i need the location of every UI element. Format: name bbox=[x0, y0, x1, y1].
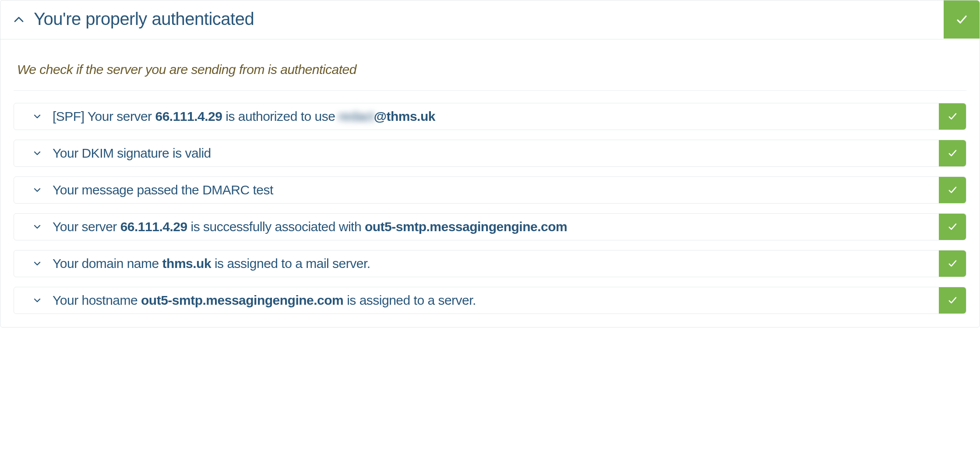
rdns-ip: 66.111.4.29 bbox=[120, 219, 187, 234]
rdns-mid: is successfully associated with bbox=[187, 219, 365, 234]
dkim-text: Your DKIM signature is valid bbox=[53, 146, 211, 161]
check-icon bbox=[939, 250, 966, 277]
a-record-row[interactable]: Your hostname out5-smtp.messagingengine.… bbox=[14, 287, 966, 314]
check-icon bbox=[939, 140, 966, 166]
mx-text: Your domain name thms.uk is assigned to … bbox=[53, 256, 370, 271]
spf-ip: 66.111.4.29 bbox=[155, 109, 222, 123]
rdns-hostname: out5-smtp.messagingengine.com bbox=[365, 219, 567, 234]
spf-text: [SPF] Your server 66.111.4.29 is authori… bbox=[53, 109, 435, 124]
auth-subtitle: We check if the server you are sending f… bbox=[14, 53, 966, 91]
auth-panel-title: You're properly authenticated bbox=[34, 9, 254, 29]
dmarc-text: Your message passed the DMARC test bbox=[53, 183, 273, 197]
a-suffix: is assigned to a server. bbox=[343, 293, 476, 307]
check-icon bbox=[939, 177, 966, 203]
auth-panel: You're properly authenticated We check i… bbox=[0, 0, 980, 328]
mx-row[interactable]: Your domain name thms.uk is assigned to … bbox=[14, 250, 966, 277]
chevron-down-icon bbox=[32, 298, 42, 303]
email-domain: @thms.uk bbox=[374, 109, 435, 123]
a-record-text: Your hostname out5-smtp.messagingengine.… bbox=[53, 293, 476, 308]
rdns-text: Your server 66.111.4.29 is successfully … bbox=[53, 219, 567, 234]
dmarc-row[interactable]: Your message passed the DMARC test bbox=[14, 176, 966, 204]
dkim-row[interactable]: Your DKIM signature is valid bbox=[14, 140, 966, 167]
check-icon bbox=[939, 214, 966, 240]
mx-suffix: is assigned to a mail server. bbox=[211, 256, 370, 271]
mx-prefix: Your domain name bbox=[53, 256, 162, 271]
a-hostname: out5-smtp.messagingengine.com bbox=[141, 293, 343, 307]
chevron-down-icon bbox=[32, 188, 42, 193]
chevron-down-icon bbox=[32, 114, 42, 119]
email-local-blurred: redact bbox=[338, 109, 374, 124]
check-icon bbox=[944, 0, 980, 39]
check-icon bbox=[939, 103, 966, 130]
spf-mid: is authorized to use bbox=[222, 109, 338, 123]
mx-domain: thms.uk bbox=[162, 256, 212, 271]
check-icon bbox=[939, 287, 966, 314]
auth-panel-body: We check if the server you are sending f… bbox=[0, 39, 980, 327]
spf-row[interactable]: [SPF] Your server 66.111.4.29 is authori… bbox=[14, 103, 966, 130]
chevron-down-icon bbox=[32, 225, 42, 229]
auth-panel-header[interactable]: You're properly authenticated bbox=[0, 0, 980, 39]
spf-prefix: [SPF] Your server bbox=[53, 109, 155, 123]
rdns-row[interactable]: Your server 66.111.4.29 is successfully … bbox=[14, 213, 966, 240]
chevron-down-icon bbox=[32, 151, 42, 156]
a-prefix: Your hostname bbox=[53, 293, 141, 307]
rdns-prefix: Your server bbox=[53, 219, 120, 234]
chevron-up-icon bbox=[13, 16, 25, 22]
chevron-down-icon bbox=[32, 261, 42, 266]
